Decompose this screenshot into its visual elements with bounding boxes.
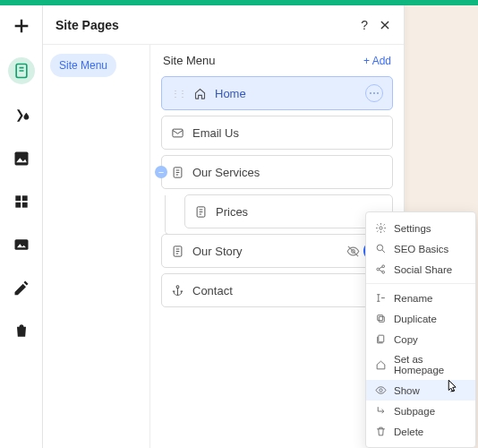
tree-line	[165, 195, 174, 235]
svg-rect-2	[15, 195, 21, 201]
menu-item-duplicate[interactable]: Duplicate	[366, 308, 475, 329]
side-panel: Site Menu	[43, 45, 150, 448]
trash-icon	[375, 426, 387, 437]
menu-item-delete[interactable]: Delete	[366, 421, 475, 442]
divider	[366, 283, 475, 284]
share-icon	[375, 263, 387, 275]
help-icon[interactable]: ?	[361, 18, 368, 32]
site-pages-panel: Site Pages ? Site Menu Site Menu + Add ⋮…	[43, 5, 405, 448]
svg-rect-1	[14, 152, 28, 166]
page-label: Email Us	[192, 126, 383, 140]
seo-icon	[375, 243, 387, 254]
menu-item-seo[interactable]: SEO Basics	[366, 238, 475, 259]
main-heading: Site Menu	[163, 54, 216, 67]
svg-rect-7	[173, 129, 183, 137]
close-icon[interactable]	[379, 19, 391, 31]
image-placeholder-tool[interactable]	[10, 147, 33, 170]
drag-icon[interactable]: ⋮⋮	[171, 89, 185, 99]
page-item-story[interactable]: Our Story	[161, 234, 393, 268]
duplicate-icon	[375, 313, 387, 324]
page-icon	[194, 205, 208, 219]
svg-rect-22	[378, 315, 383, 321]
page-item-contact[interactable]: Contact	[161, 273, 393, 307]
svg-point-17	[377, 245, 383, 251]
menu-item-settings[interactable]: Settings	[366, 218, 475, 238]
menu-item-copy[interactable]: Copy	[366, 329, 475, 349]
panel-header: Site Pages ?	[43, 5, 404, 45]
svg-rect-5	[21, 202, 27, 208]
pages-tool[interactable]	[8, 57, 35, 84]
apps-tool[interactable]	[10, 190, 33, 213]
page-label: Our Services	[192, 166, 383, 179]
design-tool[interactable]	[10, 104, 33, 127]
svg-point-16	[380, 227, 382, 229]
store-tool[interactable]	[10, 319, 33, 342]
page-item-prices[interactable]: Prices	[184, 194, 393, 228]
svg-point-24	[380, 389, 382, 392]
svg-rect-6	[14, 239, 28, 250]
svg-rect-23	[379, 335, 384, 342]
menu-item-rename[interactable]: Rename	[366, 288, 475, 308]
panel-title: Site Pages	[55, 18, 119, 32]
subpage-icon	[375, 405, 387, 417]
svg-rect-4	[15, 202, 21, 208]
eye-icon	[375, 384, 387, 396]
svg-rect-3	[21, 195, 27, 201]
more-icon[interactable]: ⋯	[365, 84, 383, 102]
page-label: Contact	[192, 284, 383, 297]
menu-item-homepage[interactable]: Set as Homepage	[366, 349, 475, 380]
page-label: Prices	[216, 205, 383, 219]
mail-icon	[171, 126, 184, 140]
blog-tool[interactable]	[10, 276, 33, 299]
media-tool[interactable]	[10, 233, 33, 256]
page-icon	[171, 245, 184, 258]
page-icon	[171, 166, 184, 179]
page-item-services[interactable]: − Our Services	[161, 155, 393, 189]
collapse-toggle[interactable]: −	[155, 166, 167, 178]
anchor-icon	[171, 284, 184, 297]
home-icon	[375, 359, 387, 371]
add-tool[interactable]	[10, 14, 33, 38]
add-page-link[interactable]: + Add	[363, 55, 391, 67]
svg-point-15	[176, 285, 179, 288]
rename-icon	[375, 292, 387, 304]
left-toolbar	[0, 5, 43, 448]
context-menu: Settings SEO Basics Social Share Rename …	[365, 211, 476, 448]
hidden-icon[interactable]	[346, 245, 360, 258]
page-item-email[interactable]: Email Us	[161, 116, 393, 150]
menu-pill[interactable]: Site Menu	[50, 54, 116, 77]
home-icon	[193, 87, 207, 100]
gear-icon	[375, 222, 387, 234]
cursor-icon	[444, 378, 460, 398]
menu-item-social[interactable]: Social Share	[366, 259, 475, 280]
page-item-home[interactable]: ⋮⋮ Home ⋯	[161, 76, 393, 110]
page-label: Home	[215, 87, 357, 100]
copy-icon	[375, 333, 387, 345]
page-label: Our Story	[192, 245, 338, 258]
menu-item-subpage[interactable]: Subpage	[366, 401, 475, 421]
svg-rect-21	[379, 316, 384, 322]
